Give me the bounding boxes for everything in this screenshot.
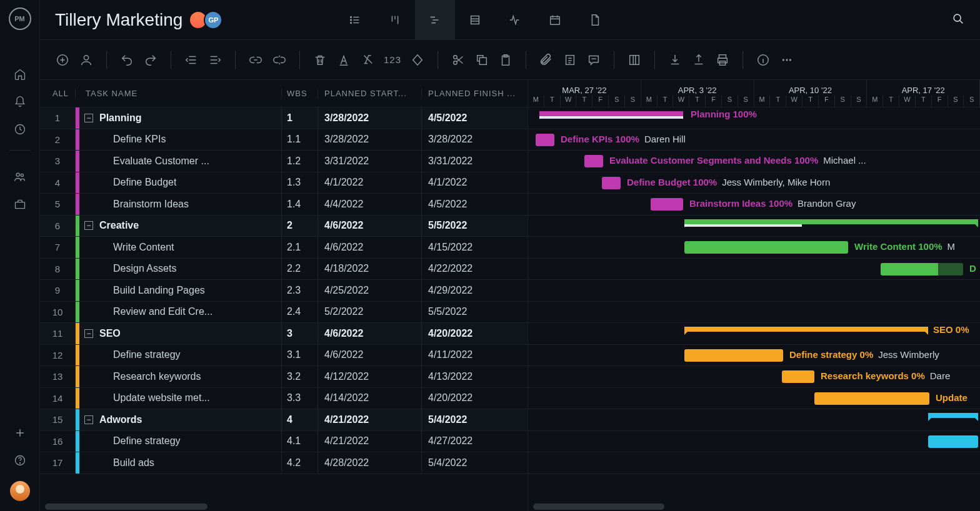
briefcase-icon[interactable] <box>13 197 27 211</box>
import-button[interactable] <box>668 52 682 67</box>
gantt-summary-bar[interactable] <box>684 327 928 332</box>
project-members[interactable]: GP <box>192 11 222 29</box>
gantt-task-bar[interactable] <box>536 134 554 146</box>
indent-button[interactable] <box>208 52 222 67</box>
columns-button[interactable] <box>627 52 642 67</box>
notes-button[interactable] <box>562 52 578 67</box>
gantt-task-bar[interactable] <box>928 435 978 448</box>
gantt-task-bar[interactable] <box>881 263 963 275</box>
link-button[interactable] <box>248 52 263 67</box>
view-calendar-icon[interactable] <box>535 0 575 40</box>
app-logo[interactable]: PM <box>9 7 31 30</box>
task-row[interactable]: 4Define Budget1.34/1/20224/1/2022 <box>40 172 528 194</box>
gantt-row[interactable]: SEO 0% <box>528 323 980 345</box>
outdent-button[interactable] <box>184 52 199 67</box>
recent-icon[interactable] <box>13 122 27 136</box>
print-button[interactable] <box>715 52 730 67</box>
milestone-button[interactable] <box>410 52 425 67</box>
gantt-task-bar[interactable] <box>651 198 683 211</box>
gantt-row[interactable] <box>528 452 980 474</box>
gantt-task-bar[interactable] <box>782 370 814 383</box>
task-row[interactable]: 11−SEO34/6/20224/20/2022 <box>40 323 528 345</box>
gantt-row[interactable] <box>528 431 980 453</box>
gantt-task-bar[interactable] <box>584 155 603 167</box>
collapse-icon[interactable]: − <box>84 415 93 424</box>
search-icon[interactable] <box>951 12 965 27</box>
view-file-icon[interactable] <box>575 0 615 40</box>
undo-button[interactable] <box>119 52 134 67</box>
delete-button[interactable] <box>312 52 328 67</box>
task-row[interactable]: 9Build Landing Pages2.34/25/20224/29/202… <box>40 280 528 302</box>
gantt-task-bar[interactable] <box>684 349 783 362</box>
add-icon[interactable] <box>13 426 27 440</box>
grid-scrollbar[interactable] <box>40 502 528 511</box>
task-row[interactable]: 6−Creative24/6/20225/5/2022 <box>40 216 528 237</box>
view-gantt-icon[interactable] <box>415 0 455 40</box>
attach-button[interactable] <box>539 52 554 67</box>
member-avatar-gp[interactable]: GP <box>204 11 222 29</box>
gantt-row[interactable]: Planning 100% <box>528 107 980 129</box>
gantt-row[interactable]: Research keywords 0%Dare <box>528 366 980 388</box>
copy-button[interactable] <box>474 52 489 67</box>
info-button[interactable] <box>756 52 771 67</box>
notifications-icon[interactable] <box>13 95 27 109</box>
task-row[interactable]: 12Define strategy3.14/6/20224/11/2022 <box>40 345 528 367</box>
task-row[interactable]: 13Research keywords3.24/12/20224/13/2022 <box>40 366 528 388</box>
team-icon[interactable] <box>13 170 27 184</box>
gantt-summary-bar[interactable] <box>928 413 978 418</box>
redo-button[interactable] <box>143 52 158 67</box>
col-wbs[interactable]: WBS <box>281 89 318 98</box>
gantt-task-bar[interactable] <box>684 241 848 254</box>
number-format-label[interactable]: 123 <box>384 54 401 65</box>
more-button[interactable] <box>779 52 794 67</box>
col-task-name[interactable]: TASK NAME <box>75 89 281 98</box>
task-row[interactable]: 17Build ads4.24/28/20225/4/2022 <box>40 452 528 474</box>
task-row[interactable]: 7Write Content2.14/6/20224/15/2022 <box>40 237 528 259</box>
view-activity-icon[interactable] <box>495 0 535 40</box>
add-task-button[interactable] <box>55 52 70 67</box>
unlink-button[interactable] <box>272 52 287 67</box>
gantt-row[interactable]: Define KPIs 100%Daren Hill <box>528 129 980 151</box>
clear-format-button[interactable] <box>360 52 375 67</box>
task-row[interactable]: 15−Adwords44/21/20225/4/2022 <box>40 409 528 431</box>
view-board-icon[interactable] <box>375 0 415 40</box>
assign-button[interactable] <box>79 52 94 67</box>
task-row[interactable]: 3Evaluate Customer ...1.23/31/20223/31/2… <box>40 151 528 172</box>
gantt-row[interactable] <box>528 216 980 237</box>
gantt-row[interactable]: D <box>528 259 980 280</box>
task-row[interactable]: 1−Planning13/28/20224/5/2022 <box>40 107 528 129</box>
col-all[interactable]: ALL <box>40 89 75 98</box>
gantt-row[interactable]: Evaluate Customer Segments and Needs 100… <box>528 151 980 172</box>
gantt-task-bar[interactable] <box>814 392 929 405</box>
gantt-row[interactable] <box>528 409 980 431</box>
task-row[interactable]: 2Define KPIs1.13/28/20223/28/2022 <box>40 129 528 151</box>
comment-button[interactable] <box>586 52 601 67</box>
export-button[interactable] <box>691 52 706 67</box>
gantt-row[interactable]: Define strategy 0%Jess Wimberly <box>528 345 980 367</box>
col-planned-start[interactable]: PLANNED START... <box>318 89 421 98</box>
text-format-button[interactable] <box>336 52 351 67</box>
col-planned-finish[interactable]: PLANNED FINISH ... <box>421 89 528 98</box>
gantt-row[interactable]: Update <box>528 388 980 410</box>
gantt-row[interactable] <box>528 302 980 324</box>
task-row[interactable]: 14Update website met...3.34/14/20224/20/… <box>40 388 528 410</box>
view-list-icon[interactable] <box>335 0 375 40</box>
task-row[interactable]: 10Review and Edit Cre...2.45/2/20225/5/2… <box>40 302 528 324</box>
gantt-scrollbar[interactable] <box>528 502 980 511</box>
gantt-row[interactable]: Brainstorm Ideas 100%Brandon Gray <box>528 194 980 216</box>
home-icon[interactable] <box>13 67 27 81</box>
cut-button[interactable] <box>451 52 466 67</box>
collapse-icon[interactable]: − <box>84 114 93 122</box>
gantt-row[interactable]: Define Budget 100%Jess Wimberly, Mike Ho… <box>528 172 980 194</box>
collapse-icon[interactable]: − <box>84 329 93 338</box>
paste-button[interactable] <box>498 52 513 67</box>
gantt-summary-bar[interactable] <box>684 219 978 224</box>
task-row[interactable]: 16Define strategy4.14/21/20224/27/2022 <box>40 431 528 453</box>
current-user-avatar[interactable] <box>10 481 30 501</box>
task-row[interactable]: 8Design Assets2.24/18/20224/22/2022 <box>40 259 528 280</box>
gantt-task-bar[interactable] <box>602 177 621 189</box>
gantt-row[interactable] <box>528 280 980 302</box>
help-icon[interactable] <box>13 454 27 467</box>
task-row[interactable]: 5Brainstorm Ideas1.44/4/20224/5/2022 <box>40 194 528 216</box>
view-sheet-icon[interactable] <box>455 0 495 40</box>
